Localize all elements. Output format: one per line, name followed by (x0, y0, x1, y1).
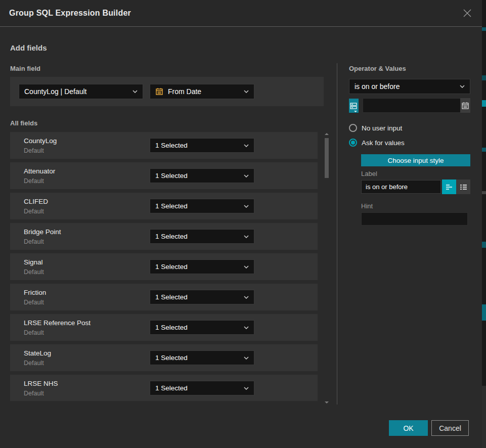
field-selected-dropdown[interactable]: 1 Selected (150, 199, 254, 213)
field-name: Signal (24, 258, 43, 266)
background-page-sliver (482, 27, 486, 31)
main-field-layer-dropdown[interactable]: CountyLog | Default (19, 84, 143, 99)
chevron-down-icon (354, 111, 357, 112)
chevron-down-icon (244, 356, 249, 360)
calendar-icon (155, 87, 163, 96)
field-selected-dropdown[interactable]: 1 Selected (150, 168, 254, 183)
label-label: Label (361, 170, 377, 177)
all-fields-list: CountyLogDefault1 SelectedAttenuatorDefa… (10, 132, 318, 405)
radio-ask-for-values[interactable]: Ask for values (349, 139, 405, 147)
list-icon[interactable] (456, 180, 470, 194)
background-page-strip (482, 0, 486, 448)
main-field-field-value: From Date (168, 87, 241, 96)
chevron-down-icon (132, 90, 138, 93)
choose-input-style-button[interactable]: Choose input style (361, 154, 470, 166)
field-selected-value: 1 Selected (155, 202, 241, 210)
field-selected-dropdown[interactable]: 1 Selected (150, 259, 254, 274)
main-field-panel: CountyLog | Default From Date (10, 77, 324, 106)
chevron-down-icon (244, 326, 249, 329)
field-subtitle: Default (24, 268, 44, 276)
close-icon[interactable] (462, 8, 473, 19)
ok-button[interactable]: OK (389, 420, 428, 436)
radio-label: Ask for values (362, 139, 405, 147)
background-page-sliver (482, 304, 486, 321)
date-picker-button[interactable] (460, 98, 470, 113)
field-subtitle: Default (24, 329, 44, 336)
panel-divider (337, 63, 337, 405)
add-fields-heading: Add fields (10, 43, 47, 52)
chevron-down-icon (244, 265, 249, 268)
field-selected-value: 1 Selected (155, 233, 241, 240)
dialog-title: Group SQL Expression Builder (9, 9, 131, 18)
background-page-sliver (482, 242, 486, 248)
background-page-sliver (482, 100, 486, 107)
background-page-sliver (482, 191, 486, 194)
field-row: FrictionDefault1 Selected (10, 284, 318, 310)
align-left-icon[interactable] (442, 180, 456, 194)
radio-label: No user input (362, 124, 402, 132)
background-page-sliver (482, 386, 486, 448)
field-row: Bridge PointDefault1 Selected (10, 223, 318, 250)
field-selected-dropdown[interactable]: 1 Selected (150, 138, 254, 153)
field-selected-value: 1 Selected (155, 354, 241, 362)
date-value-input[interactable] (363, 98, 460, 113)
field-selected-dropdown[interactable]: 1 Selected (150, 350, 254, 365)
background-page-sliver (482, 75, 486, 80)
field-selected-dropdown[interactable]: 1 Selected (150, 381, 254, 395)
value-type-button[interactable] (349, 99, 359, 113)
hint-label: Hint (361, 202, 373, 210)
field-row: LRSE NHSDefault1 Selected (10, 375, 318, 401)
field-row: CLIFEDDefault1 Selected (10, 193, 318, 219)
dialog-header: Group SQL Expression Builder (0, 0, 482, 27)
field-row: AttenuatorDefault1 Selected (10, 162, 318, 189)
value-input-row (349, 98, 470, 113)
chevron-down-icon (244, 205, 249, 208)
field-subtitle: Default (24, 208, 44, 215)
field-selected-value: 1 Selected (155, 293, 241, 301)
scrollbar-down-arrow-icon[interactable] (325, 401, 329, 404)
field-selected-dropdown[interactable]: 1 Selected (150, 320, 254, 335)
radio-no-user-input[interactable]: No user input (349, 124, 402, 132)
operator-value: is on or before (355, 82, 457, 91)
field-subtitle: Default (24, 238, 44, 245)
field-subtitle: Default (24, 360, 44, 367)
screen: Group SQL Expression Builder Add fields … (0, 0, 486, 448)
field-name: CountyLog (24, 137, 57, 145)
hint-input[interactable] (361, 212, 468, 226)
field-name: CLIFED (24, 198, 48, 205)
chevron-down-icon (460, 85, 465, 88)
chevron-down-icon (244, 235, 249, 238)
chevron-down-icon (244, 174, 249, 177)
field-name: StateLog (24, 349, 51, 357)
field-row: StateLogDefault1 Selected (10, 344, 318, 371)
label-input-row (361, 180, 470, 194)
group-sql-expression-builder-dialog: Group SQL Expression Builder Add fields … (0, 0, 482, 448)
chevron-down-icon (244, 296, 249, 299)
field-selected-dropdown[interactable]: 1 Selected (150, 290, 254, 304)
field-name: Attenuator (24, 167, 55, 175)
field-selected-value: 1 Selected (155, 384, 241, 392)
main-field-field-dropdown[interactable]: From Date (150, 84, 254, 99)
field-row: SignalDefault1 Selected (10, 253, 318, 280)
cancel-button[interactable]: Cancel (431, 420, 469, 436)
scrollbar-up-arrow-icon[interactable] (325, 133, 329, 135)
field-subtitle: Default (24, 390, 44, 397)
chevron-down-icon (244, 387, 249, 390)
radio-icon (349, 124, 357, 132)
field-selected-value: 1 Selected (155, 142, 241, 149)
operator-values-heading: Operator & Values (349, 65, 406, 72)
field-selected-value: 1 Selected (155, 172, 241, 180)
field-name: LRSE NHS (24, 380, 58, 387)
label-input[interactable] (361, 180, 441, 194)
field-selected-value: 1 Selected (155, 263, 241, 271)
chevron-down-icon (244, 90, 249, 93)
operator-dropdown[interactable]: is on or before (349, 79, 470, 94)
field-subtitle: Default (24, 147, 44, 154)
main-field-label: Main field (10, 65, 40, 72)
field-selected-dropdown[interactable]: 1 Selected (150, 229, 254, 244)
background-page-sliver (482, 148, 486, 152)
field-name: Friction (24, 289, 46, 296)
list-scrollbar[interactable] (324, 132, 329, 405)
scrollbar-thumb[interactable] (325, 138, 329, 178)
field-name: LRSE Reference Post (24, 319, 91, 327)
